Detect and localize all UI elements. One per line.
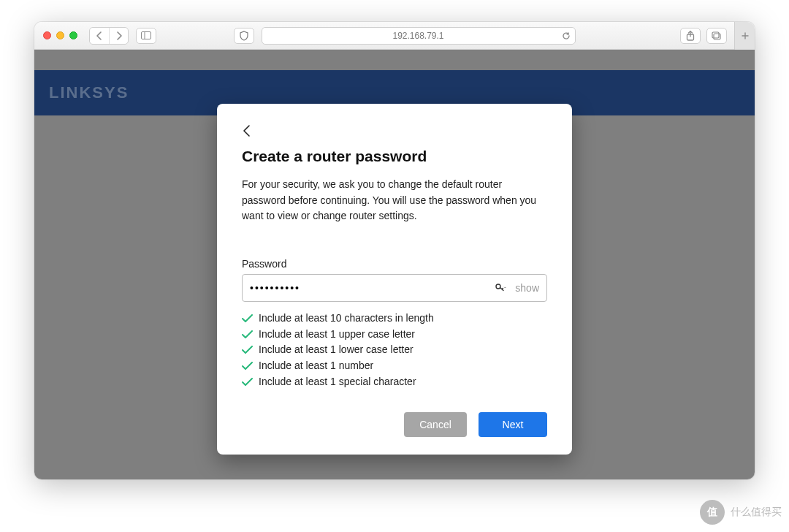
close-window-button[interactable] (43, 31, 51, 39)
requirement-item: Include at least 1 lower case letter (242, 342, 547, 358)
check-icon (242, 378, 253, 387)
cancel-button[interactable]: Cancel (404, 412, 467, 437)
check-icon (242, 314, 253, 323)
reload-button[interactable] (562, 31, 571, 40)
new-tab-button[interactable] (734, 22, 755, 50)
check-icon (242, 330, 253, 339)
requirement-text: Include at least 10 characters in length (259, 311, 434, 327)
svg-rect-4 (712, 32, 719, 38)
requirement-item: Include at least 1 special character (242, 374, 547, 390)
watermark-badge: 值 (700, 500, 725, 525)
linksys-logo: LINKSYS (49, 83, 129, 102)
watermark-text: 什么值得买 (731, 506, 782, 519)
check-icon (242, 362, 253, 370)
nav-back-forward (89, 27, 129, 45)
safari-window: 192.168.79.1 LINKSYS (34, 22, 755, 479)
privacy-report-button[interactable] (234, 28, 254, 44)
window-controls (43, 31, 77, 39)
address-bar-wrap: 192.168.79.1 (164, 27, 673, 45)
requirement-text: Include at least 1 lower case letter (259, 342, 413, 358)
maximize-window-button[interactable] (69, 31, 77, 39)
password-field: show (242, 274, 547, 302)
requirement-item: Include at least 1 number (242, 358, 547, 374)
dialog-description: For your security, we ask you to change … (242, 177, 547, 224)
address-bar[interactable]: 192.168.79.1 (262, 27, 576, 45)
svg-rect-3 (714, 34, 720, 39)
browser-toolbar: 192.168.79.1 (34, 22, 755, 50)
requirement-text: Include at least 1 upper case letter (259, 327, 415, 343)
forward-button[interactable] (109, 28, 128, 44)
requirement-item: Include at least 1 upper case letter (242, 327, 547, 343)
page-viewport: LINKSYS Create a router password For you… (34, 50, 755, 479)
share-button[interactable] (680, 28, 701, 44)
password-input[interactable] (250, 282, 495, 294)
tabs-overview-button[interactable] (706, 28, 727, 44)
svg-rect-0 (142, 32, 151, 39)
password-requirements: Include at least 10 characters in length… (242, 311, 547, 390)
svg-point-5 (496, 284, 500, 289)
watermark: 值 什么值得买 (700, 500, 782, 525)
dialog-actions: Cancel Next (242, 412, 547, 437)
back-icon[interactable] (242, 124, 547, 137)
create-password-dialog: Create a router password For your securi… (217, 104, 572, 455)
sidebar-toggle-button[interactable] (136, 28, 156, 44)
show-password-toggle[interactable]: show (509, 282, 539, 294)
requirement-text: Include at least 1 special character (259, 374, 416, 390)
address-text: 192.168.79.1 (392, 31, 443, 41)
toolbar-right (680, 28, 727, 44)
keychain-icon[interactable] (495, 283, 506, 293)
requirement-item: Include at least 10 characters in length (242, 311, 547, 327)
password-label: Password (242, 258, 547, 270)
next-button[interactable]: Next (479, 412, 547, 437)
minimize-window-button[interactable] (56, 31, 64, 39)
check-icon (242, 346, 253, 354)
dialog-title: Create a router password (242, 148, 547, 165)
requirement-text: Include at least 1 number (259, 358, 373, 374)
back-button[interactable] (90, 28, 109, 44)
